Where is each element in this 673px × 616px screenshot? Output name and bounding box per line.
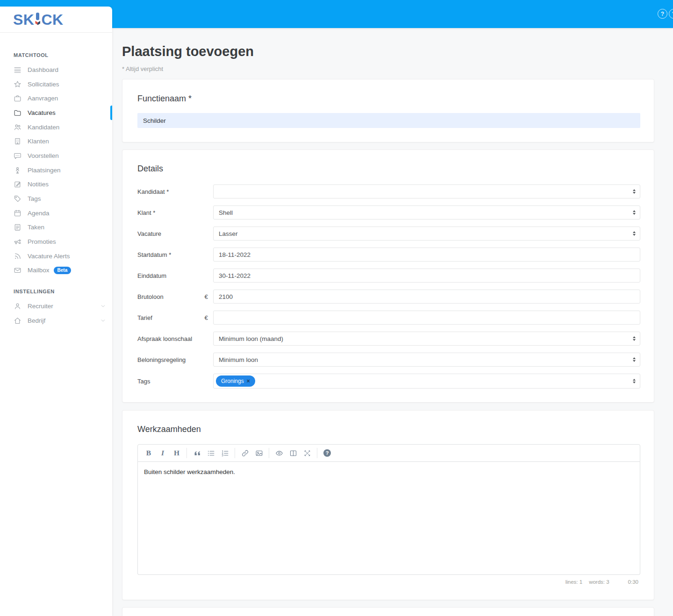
select-stepper-icon [633, 357, 636, 362]
sidebar-item-label: Aanvragen [28, 95, 58, 102]
sidebar-item-recruiter[interactable]: Recruiter [0, 299, 112, 313]
sidebar-item-plaatsingen[interactable]: Plaatsingen [0, 163, 112, 177]
sidebar-nav: MATCHTOOL Dashboard Sollicitaties Aanvra… [0, 33, 112, 328]
form-row-brutoloon: Brutoloon € [137, 290, 640, 304]
skick-logo[interactable]: SK CK [13, 12, 64, 27]
sidebar-item-kandidaten[interactable]: Kandidaten [0, 120, 112, 135]
sidebar-item-mailbox[interactable]: Mailbox Beta [0, 263, 112, 278]
quote-button[interactable] [190, 446, 204, 460]
sidebar-item-label: Dashboard [28, 66, 58, 73]
home-icon [14, 317, 21, 325]
sidebar-item-label: Voorstellen [28, 152, 59, 159]
markdown-editor: B I H ? Buiten schild [137, 444, 640, 585]
sidebar-item-klanten[interactable]: Klanten [0, 134, 112, 149]
euro-prefix: € [197, 293, 213, 300]
lines-count: lines: 1 [566, 579, 582, 585]
details-heading: Details [137, 164, 640, 174]
field-label: Klant * [137, 209, 197, 216]
calendar-icon [14, 209, 21, 217]
ordered-list-button[interactable] [218, 446, 232, 460]
sidebar-item-bedrijf[interactable]: Bedrijf [0, 313, 112, 328]
form-row-beloningsregeling: Beloningsregeling Minimum loon [137, 353, 640, 367]
sidebar-item-tags[interactable]: Tags [0, 191, 112, 206]
next-card-partial [122, 607, 654, 616]
klant-select[interactable]: Shell [213, 205, 640, 219]
sidebar-item-aanvragen[interactable]: Aanvragen [0, 91, 112, 106]
sidebar-item-label: Mailbox [28, 267, 50, 274]
help-icon[interactable]: ? [669, 9, 673, 19]
tags-select[interactable]: Gronings × [213, 374, 640, 389]
sidebar-item-label: Vacatures [28, 109, 56, 116]
required-note: * Altijd verplicht [122, 65, 654, 72]
heading-button[interactable]: H [170, 446, 184, 460]
sidebar-item-sollicitaties[interactable]: Sollicitaties [0, 77, 112, 92]
main-content: Plaatsing toevoegen * Altijd verplicht F… [112, 28, 673, 616]
page-title: Plaatsing toevoegen [122, 44, 654, 59]
field-label: Afspraak loonschaal [137, 335, 197, 342]
logo-row: SK CK [0, 7, 112, 33]
briefcase-icon [14, 94, 21, 102]
side-by-side-button[interactable] [286, 446, 300, 460]
select-stepper-icon [633, 189, 636, 194]
help-icon[interactable]: ? [658, 9, 667, 19]
sidebar-item-label: Recruiter [28, 303, 53, 310]
sidebar-item-agenda[interactable]: Agenda [0, 206, 112, 220]
italic-button[interactable]: I [156, 446, 170, 460]
tag-remove-icon[interactable]: × [247, 378, 250, 384]
sidebar: SK CK MATCHTOOL Dashboard Sollicitaties … [0, 7, 112, 616]
select-value: Shell [219, 209, 233, 216]
functienaam-card: Functienaam * [122, 79, 654, 142]
tag-label: Gronings [221, 378, 244, 384]
select-stepper-icon [633, 336, 636, 341]
sidebar-item-promoties[interactable]: Promoties [0, 234, 112, 249]
vacature-select[interactable]: Lasser [213, 227, 640, 241]
question-circle-icon: ? [323, 449, 331, 457]
unordered-list-button[interactable] [204, 446, 218, 460]
editor-help-button[interactable]: ? [320, 446, 334, 460]
sidebar-item-vacature-alerts[interactable]: Vacature Alerts [0, 249, 112, 263]
werkzaamheden-card: Werkzaamheden B I H [122, 410, 654, 600]
tarief-field [213, 311, 640, 325]
image-button[interactable] [252, 446, 266, 460]
field-label: Beloningsregeling [137, 356, 197, 363]
sidebar-item-label: Klanten [28, 138, 49, 145]
sidebar-item-label: Taken [28, 224, 44, 231]
fullscreen-button[interactable] [300, 446, 314, 460]
form-row-startdatum: Startdatum * [137, 248, 640, 262]
form-row-klant: Klant * Shell [137, 205, 640, 219]
bold-button[interactable]: B [142, 446, 156, 460]
form-row-afspraak-loonschaal: Afspraak loonschaal Minimum loon (maand) [137, 332, 640, 346]
brutoloon-input[interactable] [219, 290, 635, 303]
link-button[interactable] [238, 446, 252, 460]
beta-badge: Beta [54, 267, 72, 274]
toolbar-divider [186, 448, 187, 458]
field-label: Startdatum * [137, 251, 197, 258]
beloningsregeling-select[interactable]: Minimum loon [213, 353, 640, 367]
afspraak-loonschaal-select[interactable]: Minimum loon (maand) [213, 332, 640, 346]
kandidaat-select[interactable] [213, 184, 640, 198]
sidebar-item-dashboard[interactable]: Dashboard [0, 63, 112, 77]
sidebar-item-voorstellen[interactable]: Voorstellen [0, 149, 112, 163]
preview-button[interactable] [272, 446, 286, 460]
editor-textarea[interactable]: Buiten schilder werkzaamheden. [137, 462, 640, 575]
form-row-tarief: Tarief € [137, 311, 640, 325]
toolbar-divider [317, 448, 317, 458]
editor-statusbar: lines: 1 words: 3 0:30 [137, 575, 640, 585]
building-icon [14, 137, 21, 145]
einddatum-input[interactable] [219, 269, 635, 282]
startdatum-input[interactable] [219, 248, 635, 261]
tarief-input[interactable] [219, 311, 635, 324]
field-label: Brutoloon [137, 293, 197, 300]
sidebar-item-vacatures[interactable]: Vacatures [0, 106, 112, 120]
app-window: ? ? SK CK MATCHTOOL Dashboard Sollicitat… [0, 0, 673, 616]
sidebar-item-taken[interactable]: Taken [0, 220, 112, 235]
sidebar-item-label: Sollicitaties [28, 81, 59, 88]
toolbar-divider [235, 448, 235, 458]
rss-icon [14, 252, 21, 260]
chat-bubble-icon [14, 152, 21, 160]
sidebar-item-notities[interactable]: Notities [0, 177, 112, 192]
sidebar-item-label: Vacature Alerts [28, 253, 70, 260]
functienaam-input[interactable] [137, 113, 640, 128]
logo-exclamation-icon [35, 12, 41, 26]
details-card: Details Kandidaat * Klant * Shell [122, 149, 654, 403]
